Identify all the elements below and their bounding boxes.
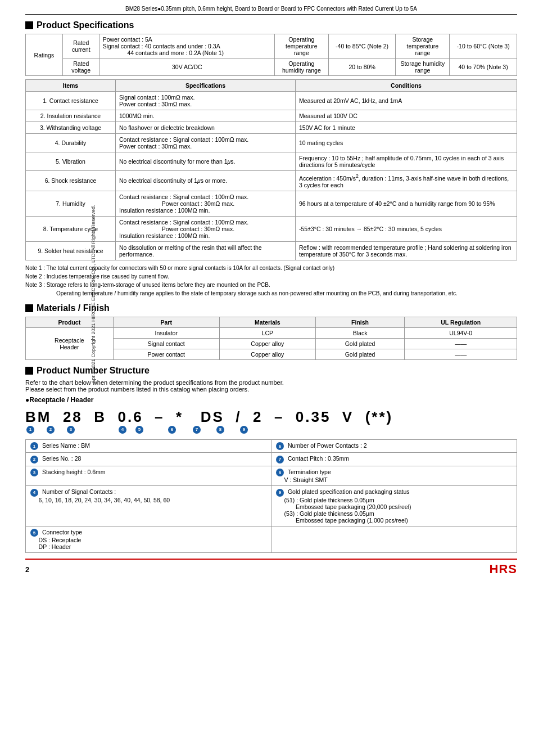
spec-solder-heat: No dissolution or melting of the resin t…	[116, 241, 296, 260]
note-2: Note 2 : Includes temperature rise cause…	[25, 272, 517, 281]
pn-exp-6: 6 Number of Power Contacts : 2	[271, 439, 517, 453]
table-row: 6. Shock resistance No electrical discon…	[26, 171, 517, 191]
pn-exp-empty	[271, 526, 517, 553]
exp-circle-1: 1	[30, 442, 38, 450]
circle-5: 5	[135, 426, 143, 434]
table-row: 4 Number of Signal Contacts : 6, 10, 16,…	[26, 486, 517, 526]
table-row: 1 Series Name : BM 6 Number of Power Con…	[26, 439, 517, 453]
product-specs-title: Product Specifications	[25, 20, 517, 30]
spec-vibration: No electrical discontinuity for more tha…	[116, 152, 296, 171]
table-row: 8. Temperature cycle Contact resistance …	[26, 216, 517, 241]
exp-label-3: Stacking height : 0.6mm	[42, 469, 106, 475]
op-humidity-label: Operating humidity range	[274, 58, 328, 76]
exp-circle-4: 4	[30, 489, 38, 497]
circle-4: 4	[119, 426, 126, 434]
mat-product-cell: ReceptacleHeader	[26, 327, 114, 359]
side-copyright-text: Apr.1.2021 Copyright 2021 HIROSE ELECTRI…	[90, 205, 96, 383]
hrs-logo: HRS	[490, 562, 517, 577]
circle-7: 7	[193, 426, 201, 434]
mat-material-lcp: LCP	[219, 327, 315, 338]
notes-section: Note 1 : The total current capacity for …	[25, 264, 517, 298]
exp-circle-7: 7	[276, 456, 284, 464]
cond-durability: 10 mating cycles	[296, 134, 517, 152]
pn-exp-2: 2 Series No. : 28	[26, 453, 271, 466]
pn-intro-2: Please select from the product numbers l…	[25, 386, 517, 393]
cond-vibration: Frequency : 10 to 55Hz ; half amplitude …	[296, 152, 517, 171]
exp-circle-5: 5	[30, 529, 38, 537]
cond-shock: Acceleration : 450m/s2, duration : 11ms,…	[296, 171, 517, 191]
item-humidity: 7. Humidity	[26, 191, 116, 216]
spec-humidity: Contact resistance : Signal contact : 10…	[116, 191, 296, 216]
op-humidity-value: 20 to 80%	[328, 58, 396, 76]
spec-temp-cycle: Contact resistance : Signal contact : 10…	[116, 216, 296, 241]
table-row: 2. Insulation resistance 1000MΩ min. Mea…	[26, 110, 517, 122]
mat-part-power: Power contact	[113, 349, 219, 359]
mat-col-materials: Materials	[219, 317, 315, 327]
circle-1: 1	[26, 426, 34, 434]
exp-label-2: Series No. : 28	[42, 455, 81, 462]
page-header: BM28 Series●0.35mm pitch, 0.6mm height, …	[25, 6, 517, 15]
table-row: 3. Withstanding voltage No flashover or …	[26, 122, 517, 134]
spec-withstanding: No flashover or dielectric breakdown	[116, 122, 296, 134]
spec-durability: Contact resistance : Signal contact : 10…	[116, 134, 296, 152]
storage-humidity-value: 40 to 70% (Note 3)	[450, 58, 517, 76]
mat-finish-black: Black	[315, 327, 405, 338]
table-row: 1. Contact resistance Signal contact : 1…	[26, 92, 517, 110]
cond-withstanding: 150V AC for 1 minute	[296, 122, 517, 134]
cond-contact-resistance: Measured at 20mV AC, 1kHz, and 1mA	[296, 92, 517, 110]
storage-humidity-label: Storage humidity range	[396, 58, 450, 76]
op-temp-range-value: -40 to 85°C (Note 2)	[328, 34, 396, 58]
pn-exp-5: 5 Connector type DS : Receptacle DP : He…	[26, 526, 271, 553]
ratings-table: Ratings Rated current Power contact : 5A…	[25, 34, 517, 76]
col-header-specs: Specifications	[116, 80, 296, 92]
pn-structure-title: Product Number Structure	[25, 366, 517, 376]
pn-exp-4: 4 Number of Signal Contacts : 6, 10, 16,…	[26, 486, 271, 526]
exp-circle-2: 2	[30, 456, 38, 464]
exp-circle-8: 8	[276, 469, 284, 476]
materials-table: Product Part Materials Finish UL Regulat…	[25, 317, 517, 360]
cond-insulation: Measured at 100V DC	[296, 110, 517, 122]
item-shock: 6. Shock resistance	[26, 171, 116, 191]
circle-3: 3	[67, 426, 75, 434]
exp-label-1: Series Name : BM	[42, 442, 90, 449]
mat-ul-power: ——	[405, 349, 517, 359]
pn-circles-row: 1 2 3 4 5 6 7 8 9	[25, 426, 517, 434]
item-vibration: 5. Vibration	[26, 152, 116, 171]
pn-exp-7: 7 Contact Pitch : 0.35mm	[271, 453, 517, 466]
cond-temp-cycle: -55±3°C : 30 minutes → 85±2°C : 30 minut…	[296, 216, 517, 241]
mat-part-insulator: Insulator	[113, 327, 219, 338]
mat-col-part: Part	[113, 317, 219, 327]
mat-ul-signal: ——	[405, 338, 517, 349]
table-row: 3 Stacking height : 0.6mm 8 Termination …	[26, 466, 517, 486]
rated-voltage-label: Rated voltage	[62, 58, 99, 76]
mat-col-ul: UL Regulation	[405, 317, 517, 327]
item-durability: 4. Durability	[26, 134, 116, 152]
materials-label: Materials / Finish	[37, 303, 110, 313]
note-1: Note 1 : The total current capacity for …	[25, 264, 517, 272]
mat-col-finish: Finish	[315, 317, 405, 327]
mat-material-copper-signal: Copper alloy	[219, 338, 315, 349]
bottom-bar: 2 HRS	[25, 559, 517, 577]
table-row: 2 Series No. : 28 7 Contact Pitch : 0.35…	[26, 453, 517, 466]
rated-voltage-value: 30V AC/DC	[99, 58, 274, 76]
table-row: 9. Solder heat resistance No dissolution…	[26, 241, 517, 260]
mat-col-product: Product	[26, 317, 114, 327]
rated-current-value: Power contact : 5A Signal contact : 40 c…	[99, 34, 274, 58]
storage-temp-value: -10 to 60°C (Note 3)	[450, 34, 517, 58]
item-insulation: 2. Insulation resistance	[26, 110, 116, 122]
main-spec-table: Items Specifications Conditions 1. Conta…	[25, 79, 517, 260]
product-specs-label: Product Specifications	[37, 20, 134, 30]
pn-explanation-table: 1 Series Name : BM 6 Number of Power Con…	[25, 439, 517, 554]
section-square-icon-2	[25, 304, 33, 312]
circle-6: 6	[168, 426, 176, 434]
rated-current-label: Rated current	[62, 34, 99, 58]
ratings-label: Ratings	[26, 34, 63, 76]
mat-material-copper-power: Copper alloy	[219, 349, 315, 359]
item-temp-cycle: 8. Temperature cycle	[26, 216, 116, 241]
mat-part-signal: Signal contact	[113, 338, 219, 349]
cond-humidity: 96 hours at a temperature of 40 ±2°C and…	[296, 191, 517, 216]
col-header-conditions: Conditions	[296, 80, 517, 92]
mat-finish-gold-signal: Gold plated	[315, 338, 405, 349]
pn-exp-8: 8 Termination type V : Straight SMT	[271, 466, 517, 486]
exp-label-7: Contact Pitch : 0.35mm	[288, 455, 349, 462]
